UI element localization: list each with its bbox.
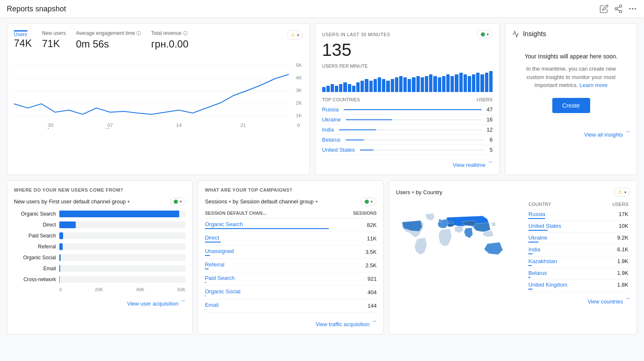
camp-bar xyxy=(205,282,206,283)
acquisition-selector[interactable]: New users by First user default channel … xyxy=(14,198,130,205)
more-icon[interactable] xyxy=(628,4,637,13)
view-all-insights-link[interactable]: View all insights xyxy=(584,132,623,138)
geo-country-name[interactable]: India xyxy=(528,246,540,253)
mini-bar xyxy=(378,77,381,92)
hbar-row: Organic Social xyxy=(14,254,186,261)
view-user-acquisition-link[interactable]: View user acquisition xyxy=(127,300,178,307)
realtime-bar-chart xyxy=(322,71,493,92)
geo-country-value: 1.8K xyxy=(617,282,628,290)
mini-bar xyxy=(395,77,398,92)
country-bar-fill xyxy=(346,140,364,140)
hbar-row: Paid Search xyxy=(14,232,186,239)
country-name[interactable]: Ukraine xyxy=(322,116,341,123)
geo-country-name[interactable]: Ukraine xyxy=(528,235,547,241)
map-status-badge[interactable]: ⚠ ▾ xyxy=(614,187,630,197)
realtime-status-badge[interactable]: ▾ xyxy=(477,30,493,38)
camp-row-name: Unassigned xyxy=(205,245,329,259)
geo-bar xyxy=(528,253,533,254)
share-icon[interactable] xyxy=(614,4,623,13)
svg-point-0 xyxy=(620,5,622,8)
mini-bar xyxy=(348,84,351,92)
geo-table-row: Russia 17K xyxy=(527,209,630,221)
mini-bar xyxy=(360,81,364,92)
mini-bar xyxy=(429,74,432,92)
view-realtime-link[interactable]: View realtime xyxy=(453,162,485,168)
geo-country-name[interactable]: United Kingdom xyxy=(528,282,567,288)
learn-more-link[interactable]: Learn more xyxy=(580,82,607,88)
camp-bar xyxy=(205,255,210,256)
country-value: 12 xyxy=(487,126,493,133)
insights-header: Insights xyxy=(512,30,630,38)
geo-country-name[interactable]: Kazakhstan xyxy=(528,258,557,264)
mini-bar xyxy=(489,71,493,92)
country-name[interactable]: Belarus xyxy=(322,137,341,143)
users-card: Users 74K New users 71K Average engageme… xyxy=(7,23,310,175)
camp-row-name: Organic Search xyxy=(205,219,329,232)
geo-table-row: Kazakhstan 1.9K xyxy=(527,256,630,268)
mini-bar xyxy=(451,76,454,92)
camp-row-name: Email xyxy=(205,299,329,313)
hbar-row: Cross-network xyxy=(14,276,186,283)
hbar-track xyxy=(59,276,186,283)
camp-col-name: SESSION DEFAULT CHAN... xyxy=(205,211,329,219)
hbar-axis: 020K40K60K xyxy=(59,287,186,292)
country-row: Russia 47 xyxy=(322,105,493,115)
geo-country-name[interactable]: Russia xyxy=(528,211,545,217)
camp-bar xyxy=(205,269,209,269)
camp-row-value: 921 xyxy=(329,272,377,286)
country-name[interactable]: Russia xyxy=(322,106,339,113)
campaigns-card: WHAT ARE YOUR TOP CAMPAIGNS? Sessions ▾ … xyxy=(198,180,384,335)
map-card: Users ▾ by Country ⚠ ▾ xyxy=(389,180,637,335)
view-countries-link[interactable]: View countries xyxy=(588,298,623,305)
arrow-icon-geo: → xyxy=(625,295,630,305)
geo-bar xyxy=(528,218,545,219)
map-header: Users ▾ by Country ⚠ ▾ xyxy=(396,187,630,197)
acquisition-card: WHERE DO YOUR NEW USERS COME FROM? New u… xyxy=(7,180,193,335)
mini-bar xyxy=(322,87,326,92)
bottom-row: WHERE DO YOUR NEW USERS COME FROM? New u… xyxy=(7,180,637,335)
svg-point-2 xyxy=(620,11,622,13)
geo-bar xyxy=(528,230,548,231)
users-metric: Users 74K xyxy=(14,30,32,49)
country-name[interactable]: United States xyxy=(322,147,355,153)
svg-text:0: 0 xyxy=(297,123,300,127)
geo-country-name[interactable]: Belarus xyxy=(528,270,547,276)
map-selector[interactable]: Users ▾ by Country xyxy=(396,189,442,195)
selector-dropdown-arrow: ▾ xyxy=(127,199,130,204)
camp-selector-arrow: ▾ xyxy=(315,199,318,204)
country-bar-track xyxy=(339,129,482,130)
geo-country-name[interactable]: United States xyxy=(528,223,561,229)
hbar-row: Direct xyxy=(14,221,186,228)
main-content: Users 74K New users 71K Average engageme… xyxy=(0,18,644,340)
users-card-actions: ⚠ ▾ xyxy=(287,30,303,40)
svg-text:5K: 5K xyxy=(296,63,302,67)
hbar-label: Organic Search xyxy=(14,211,56,217)
camp-status-badge[interactable]: ▾ xyxy=(361,198,376,206)
camp-row-value: 82K xyxy=(329,219,377,232)
arrow-icon-insights: → xyxy=(625,128,630,138)
view-traffic-acquisition-link[interactable]: View traffic acquisition xyxy=(315,321,369,327)
country-name[interactable]: India xyxy=(322,126,334,133)
mini-bar xyxy=(365,79,368,92)
campaigns-selector[interactable]: Sessions ▾ by Session default channel gr… xyxy=(205,198,317,205)
svg-text:May: May xyxy=(106,127,115,129)
dropdown-arrow-rt: ▾ xyxy=(487,32,489,37)
realtime-label: USERS IN LAST 30 MINUTES xyxy=(322,32,390,37)
acq-status-badge[interactable]: ▾ xyxy=(170,198,186,206)
camp-bar xyxy=(205,242,221,242)
create-insights-button[interactable]: Create xyxy=(552,98,590,113)
camp-table-row: Paid Search 921 xyxy=(205,272,376,286)
camp-row-name: Organic Social xyxy=(205,286,329,299)
edit-icon[interactable] xyxy=(599,4,609,13)
warning-badge[interactable]: ⚠ ▾ xyxy=(287,30,303,40)
country-bar-fill xyxy=(346,119,392,120)
camp-bar xyxy=(205,309,205,310)
users-per-min-label: USERS PER MINUTE xyxy=(322,63,493,69)
geo-country-value: 6.1K xyxy=(617,246,628,254)
hbar-track xyxy=(59,232,186,239)
geo-table-row: India 6.1K xyxy=(527,245,630,256)
line-chart-svg: 5K 4K 3K 2K 1K 0 30 Apr 07 May 14 21 xyxy=(14,53,303,129)
geo-country-value: 1.9K xyxy=(617,270,628,278)
country-value: 47 xyxy=(487,106,493,113)
axis-label: 60K xyxy=(178,287,186,292)
